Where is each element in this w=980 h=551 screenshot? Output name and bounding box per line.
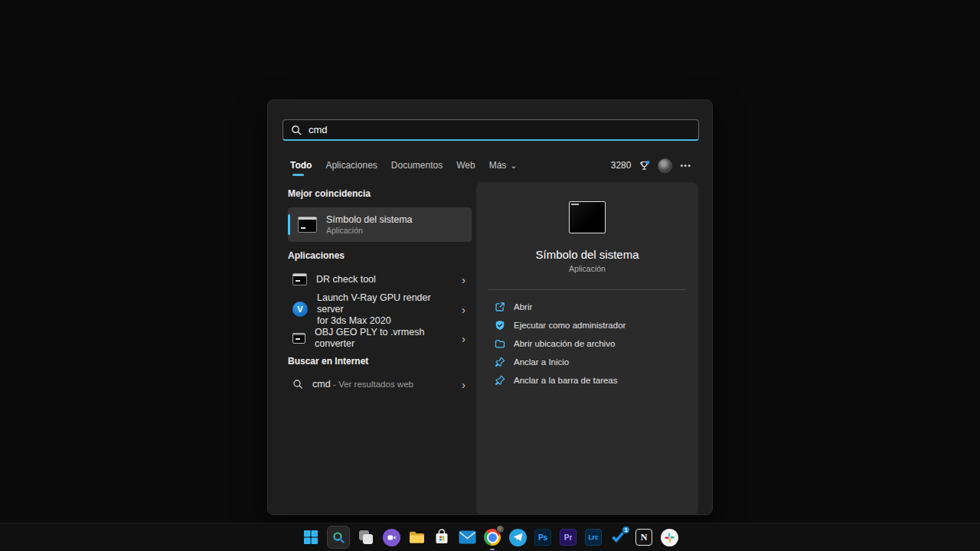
taskbar-photoshop[interactable]: Ps (534, 528, 552, 546)
chrome-profile-badge (496, 525, 505, 533)
console-window-icon (292, 273, 307, 285)
chevron-right-icon[interactable]: › (462, 379, 466, 390)
results-list: Mejor coincidencia Símbolo del sistema A… (288, 100, 472, 514)
folder-icon (408, 529, 426, 546)
search-icon (332, 531, 345, 544)
app-result-label: DR check tool (316, 274, 376, 285)
windows-logo-icon (303, 530, 318, 545)
cmd-app-icon-large (569, 201, 606, 233)
app-result-vray-server[interactable]: V Launch V-Ray GPU render server for 3ds… (288, 293, 472, 325)
chevron-down-icon: ⌄ (510, 162, 517, 168)
action-label: Ejecutar como administrador (514, 321, 626, 330)
selection-accent-bar (288, 214, 290, 235)
taskbar-chrome[interactable] (483, 528, 501, 546)
preview-subtitle: Aplicación (476, 264, 698, 273)
action-pin-to-start[interactable]: Anclar a Inicio (495, 353, 691, 371)
tab-mas[interactable]: Más ⌄ (489, 160, 518, 171)
app-result-label: OBJ GEO PLY to .vrmesh converter (315, 327, 452, 350)
app-result-label-line2: for 3ds Max 2020 (317, 315, 452, 327)
app-result-dr-check-tool[interactable]: DR check tool › (288, 267, 472, 292)
search-header-right: 3280 ••• (611, 155, 691, 175)
mail-envelope-icon (459, 530, 476, 544)
web-search-header: Buscar en Internet (288, 356, 368, 367)
taskbar-telegram[interactable] (508, 528, 527, 546)
preview-pane: Símbolo del sistema Aplicación Abrir (476, 182, 698, 515)
preview-title: Símbolo del sistema (476, 248, 698, 261)
best-match-subtitle: Aplicación (326, 226, 413, 235)
action-run-as-admin[interactable]: Ejecutar como administrador (495, 316, 691, 334)
cmd-app-icon (298, 217, 317, 233)
taskbar-mail[interactable] (458, 528, 476, 546)
chevron-right-icon[interactable]: › (462, 333, 466, 344)
running-app-indicator (490, 549, 495, 551)
pin-icon (495, 375, 505, 386)
best-match-header: Mejor coincidencia (288, 188, 371, 199)
taskbar-slack[interactable] (660, 528, 678, 546)
apps-header: Aplicaciones (288, 250, 345, 261)
action-label: Abrir ubicación de archivo (514, 339, 615, 348)
divider (488, 289, 686, 290)
web-search-result[interactable]: cmd - Ver resultados web › (288, 373, 472, 396)
photoshop-icon: Ps (534, 529, 551, 546)
taskbar-microsoft-store[interactable] (433, 528, 451, 546)
action-open[interactable]: Abrir (495, 298, 691, 316)
action-list: Abrir Ejecutar como administrador Abrir … (495, 298, 691, 390)
app-result-label-line1: Launch V-Ray GPU render server (317, 292, 452, 315)
video-camera-icon (383, 529, 400, 546)
best-match-title: Símbolo del sistema (326, 214, 413, 226)
open-icon (495, 302, 505, 312)
more-options-button[interactable]: ••• (680, 161, 691, 170)
taskbar-video-app[interactable] (382, 528, 400, 546)
telegram-icon (509, 529, 527, 546)
taskbar: Ps Pr Lrc 1 N (0, 523, 980, 551)
action-label: Anclar a Inicio (514, 357, 569, 367)
tab-mas-label: Más (489, 160, 507, 171)
lightroom-classic-icon: Lrc (585, 529, 602, 546)
notion-icon: N (635, 529, 652, 546)
console-window-icon (292, 333, 305, 344)
slack-icon (661, 529, 678, 546)
taskbar-todo-app[interactable]: 1 (609, 528, 628, 546)
search-flyout: cmd Todo Aplicaciones Documentos Web Más… (267, 99, 713, 515)
action-label: Anclar a la barra de tareas (514, 376, 618, 385)
rewards-points[interactable]: 3280 (611, 160, 632, 171)
app-result-obj-converter[interactable]: OBJ GEO PLY to .vrmesh converter › (288, 327, 472, 350)
pin-icon (495, 357, 505, 367)
folder-icon (495, 338, 505, 349)
action-open-file-location[interactable]: Abrir ubicación de archivo (495, 334, 691, 353)
notification-badge: 1 (622, 526, 630, 534)
web-search-query: cmd (312, 379, 331, 390)
taskbar-premiere[interactable]: Pr (559, 528, 577, 546)
taskbar-file-explorer[interactable] (407, 528, 426, 546)
taskbar-notion[interactable]: N (635, 528, 653, 546)
web-search-suffix: - Ver resultados web (333, 380, 413, 389)
desktop: cmd Todo Aplicaciones Documentos Web Más… (0, 0, 980, 551)
action-pin-to-taskbar[interactable]: Anclar a la barra de tareas (495, 371, 691, 390)
taskbar-lightroom-classic[interactable]: Lrc (584, 528, 603, 546)
action-label: Abrir (514, 302, 532, 311)
search-icon (292, 379, 303, 390)
store-bag-icon (433, 529, 450, 546)
start-button[interactable] (302, 528, 320, 546)
best-match-result[interactable]: Símbolo del sistema Aplicación (288, 207, 472, 242)
chevron-right-icon[interactable]: › (462, 274, 466, 285)
task-view-button[interactable] (357, 528, 375, 546)
vray-icon: V (292, 302, 308, 317)
user-avatar[interactable] (658, 158, 672, 173)
taskbar-search-button[interactable] (327, 526, 350, 549)
rewards-trophy-icon[interactable] (639, 160, 650, 171)
premiere-icon: Pr (560, 529, 577, 546)
admin-shield-icon (495, 320, 505, 331)
chevron-right-icon[interactable]: › (462, 304, 466, 315)
